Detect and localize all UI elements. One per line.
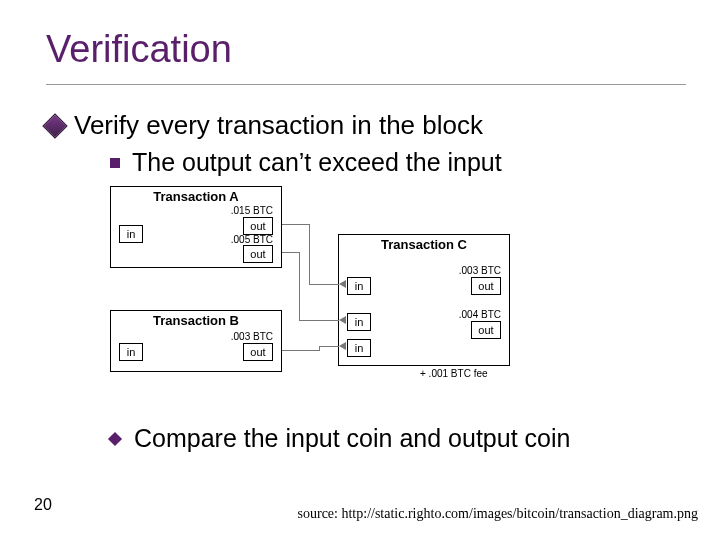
arrow-segment <box>282 252 300 253</box>
transaction-a-box: Transaction A in out .015 BTC out .005 B… <box>110 186 282 268</box>
tx-c-out1: out <box>471 277 501 295</box>
arrow-segment <box>309 224 310 284</box>
slide: Verification Verify every transaction in… <box>0 0 720 540</box>
transaction-b-title: Transaction B <box>111 313 281 328</box>
transaction-b-box: Transaction B in out .003 BTC <box>110 310 282 372</box>
page-number: 20 <box>34 496 52 514</box>
tx-c-amt1: .003 BTC <box>459 265 501 276</box>
arrow-segment <box>319 346 339 347</box>
slide-title: Verification <box>46 28 232 71</box>
square-icon <box>110 158 120 168</box>
transaction-c-title: Transaction C <box>339 237 509 252</box>
bullet2-text: The output can’t exceed the input <box>132 148 502 177</box>
transaction-c-box: Transaction C in in in out .003 BTC out … <box>338 234 510 366</box>
bullet-level-2: The output can’t exceed the input <box>110 148 502 177</box>
tx-b-out: out <box>243 343 273 361</box>
tx-a-out2: out <box>243 245 273 263</box>
source-citation: source: http://static.righto.com/images/… <box>298 506 698 522</box>
arrow-segment <box>299 320 339 321</box>
tx-a-amt1: .015 BTC <box>231 205 273 216</box>
tx-c-amt2: .004 BTC <box>459 309 501 320</box>
tx-c-in1: in <box>347 277 371 295</box>
tx-c-in2: in <box>347 313 371 331</box>
tx-b-in: in <box>119 343 143 361</box>
bullet-level-3: Compare the input coin and output coin <box>110 424 570 453</box>
tx-a-out1: out <box>243 217 273 235</box>
arrow-head-icon <box>339 280 346 288</box>
tx-a-in: in <box>119 225 143 243</box>
arrow-segment <box>299 252 300 320</box>
bullet1-text: Verify every transaction in the block <box>74 110 483 141</box>
arrow-segment <box>282 224 310 225</box>
bullet-level-1: Verify every transaction in the block <box>46 110 483 141</box>
title-underline <box>46 84 686 85</box>
tx-c-out2: out <box>471 321 501 339</box>
tx-c-fee: + .001 BTC fee <box>420 368 488 379</box>
arrow-segment <box>282 350 320 351</box>
tx-a-amt2: .005 BTC <box>231 234 273 245</box>
arrow-head-icon <box>339 316 346 324</box>
transaction-diagram: Transaction A in out .015 BTC out .005 B… <box>110 186 520 414</box>
arrow-segment <box>309 284 339 285</box>
arrow-head-icon <box>339 342 346 350</box>
tx-c-in3: in <box>347 339 371 357</box>
small-diamond-icon <box>108 431 122 445</box>
diamond-icon <box>42 113 67 138</box>
bullet3-text: Compare the input coin and output coin <box>134 424 570 453</box>
transaction-a-title: Transaction A <box>111 189 281 204</box>
tx-b-amt1: .003 BTC <box>231 331 273 342</box>
